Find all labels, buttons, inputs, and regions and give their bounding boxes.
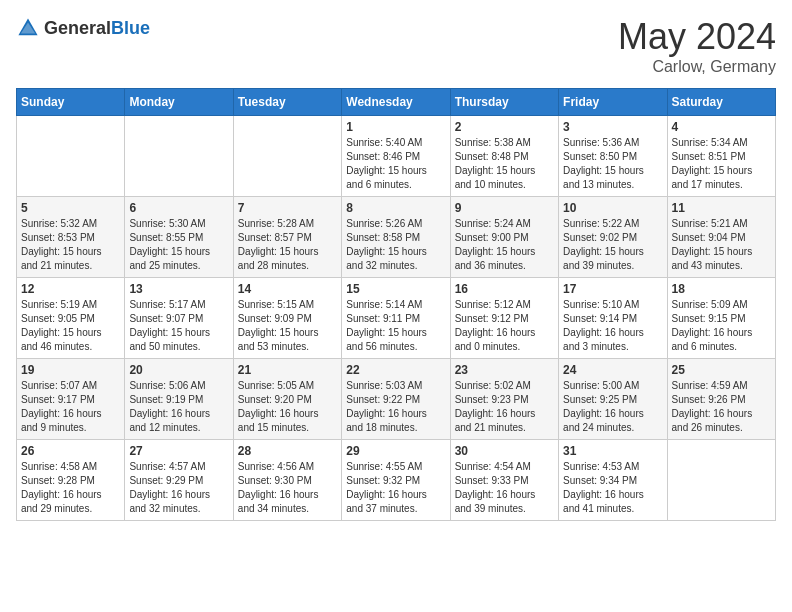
day-number: 15 (346, 282, 445, 296)
calendar-cell: 10Sunrise: 5:22 AMSunset: 9:02 PMDayligh… (559, 197, 667, 278)
day-number: 25 (672, 363, 771, 377)
day-info: Sunrise: 4:59 AMSunset: 9:26 PMDaylight:… (672, 379, 771, 435)
calendar-cell: 27Sunrise: 4:57 AMSunset: 9:29 PMDayligh… (125, 440, 233, 521)
day-info: Sunrise: 5:09 AMSunset: 9:15 PMDaylight:… (672, 298, 771, 354)
day-number: 10 (563, 201, 662, 215)
calendar-cell (233, 116, 341, 197)
day-number: 11 (672, 201, 771, 215)
day-info: Sunrise: 5:38 AMSunset: 8:48 PMDaylight:… (455, 136, 554, 192)
calendar-cell: 20Sunrise: 5:06 AMSunset: 9:19 PMDayligh… (125, 359, 233, 440)
day-info: Sunrise: 5:40 AMSunset: 8:46 PMDaylight:… (346, 136, 445, 192)
calendar-cell: 18Sunrise: 5:09 AMSunset: 9:15 PMDayligh… (667, 278, 775, 359)
day-of-week-header: Thursday (450, 89, 558, 116)
day-number: 22 (346, 363, 445, 377)
day-info: Sunrise: 5:14 AMSunset: 9:11 PMDaylight:… (346, 298, 445, 354)
day-number: 27 (129, 444, 228, 458)
day-info: Sunrise: 5:05 AMSunset: 9:20 PMDaylight:… (238, 379, 337, 435)
day-number: 23 (455, 363, 554, 377)
day-number: 31 (563, 444, 662, 458)
day-number: 1 (346, 120, 445, 134)
logo-blue-text: Blue (111, 18, 150, 38)
calendar-cell: 15Sunrise: 5:14 AMSunset: 9:11 PMDayligh… (342, 278, 450, 359)
day-info: Sunrise: 5:26 AMSunset: 8:58 PMDaylight:… (346, 217, 445, 273)
calendar-cell: 6Sunrise: 5:30 AMSunset: 8:55 PMDaylight… (125, 197, 233, 278)
day-info: Sunrise: 5:02 AMSunset: 9:23 PMDaylight:… (455, 379, 554, 435)
calendar-cell: 21Sunrise: 5:05 AMSunset: 9:20 PMDayligh… (233, 359, 341, 440)
calendar-cell: 7Sunrise: 5:28 AMSunset: 8:57 PMDaylight… (233, 197, 341, 278)
calendar-cell (667, 440, 775, 521)
calendar-cell: 16Sunrise: 5:12 AMSunset: 9:12 PMDayligh… (450, 278, 558, 359)
day-info: Sunrise: 5:07 AMSunset: 9:17 PMDaylight:… (21, 379, 120, 435)
day-info: Sunrise: 5:15 AMSunset: 9:09 PMDaylight:… (238, 298, 337, 354)
day-info: Sunrise: 4:57 AMSunset: 9:29 PMDaylight:… (129, 460, 228, 516)
day-info: Sunrise: 5:36 AMSunset: 8:50 PMDaylight:… (563, 136, 662, 192)
day-number: 9 (455, 201, 554, 215)
day-info: Sunrise: 5:32 AMSunset: 8:53 PMDaylight:… (21, 217, 120, 273)
day-info: Sunrise: 4:55 AMSunset: 9:32 PMDaylight:… (346, 460, 445, 516)
day-number: 19 (21, 363, 120, 377)
day-info: Sunrise: 5:03 AMSunset: 9:22 PMDaylight:… (346, 379, 445, 435)
calendar-week-row: 1Sunrise: 5:40 AMSunset: 8:46 PMDaylight… (17, 116, 776, 197)
day-number: 24 (563, 363, 662, 377)
day-info: Sunrise: 5:30 AMSunset: 8:55 PMDaylight:… (129, 217, 228, 273)
calendar-cell: 2Sunrise: 5:38 AMSunset: 8:48 PMDaylight… (450, 116, 558, 197)
title-block: May 2024 Carlow, Germany (618, 16, 776, 76)
calendar-cell (17, 116, 125, 197)
calendar-cell: 14Sunrise: 5:15 AMSunset: 9:09 PMDayligh… (233, 278, 341, 359)
day-info: Sunrise: 5:21 AMSunset: 9:04 PMDaylight:… (672, 217, 771, 273)
day-number: 30 (455, 444, 554, 458)
calendar-cell: 12Sunrise: 5:19 AMSunset: 9:05 PMDayligh… (17, 278, 125, 359)
day-number: 28 (238, 444, 337, 458)
calendar-header-row: SundayMondayTuesdayWednesdayThursdayFrid… (17, 89, 776, 116)
calendar-cell: 8Sunrise: 5:26 AMSunset: 8:58 PMDaylight… (342, 197, 450, 278)
day-number: 21 (238, 363, 337, 377)
day-info: Sunrise: 4:58 AMSunset: 9:28 PMDaylight:… (21, 460, 120, 516)
calendar-week-row: 26Sunrise: 4:58 AMSunset: 9:28 PMDayligh… (17, 440, 776, 521)
day-info: Sunrise: 5:17 AMSunset: 9:07 PMDaylight:… (129, 298, 228, 354)
day-of-week-header: Wednesday (342, 89, 450, 116)
day-info: Sunrise: 5:10 AMSunset: 9:14 PMDaylight:… (563, 298, 662, 354)
month-year-title: May 2024 (618, 16, 776, 58)
calendar-cell (125, 116, 233, 197)
day-of-week-header: Friday (559, 89, 667, 116)
day-info: Sunrise: 5:19 AMSunset: 9:05 PMDaylight:… (21, 298, 120, 354)
calendar-cell: 1Sunrise: 5:40 AMSunset: 8:46 PMDaylight… (342, 116, 450, 197)
day-number: 3 (563, 120, 662, 134)
day-number: 6 (129, 201, 228, 215)
logo-icon (16, 16, 40, 40)
day-number: 17 (563, 282, 662, 296)
calendar-cell: 22Sunrise: 5:03 AMSunset: 9:22 PMDayligh… (342, 359, 450, 440)
day-info: Sunrise: 4:56 AMSunset: 9:30 PMDaylight:… (238, 460, 337, 516)
calendar-week-row: 12Sunrise: 5:19 AMSunset: 9:05 PMDayligh… (17, 278, 776, 359)
day-number: 8 (346, 201, 445, 215)
calendar-table: SundayMondayTuesdayWednesdayThursdayFrid… (16, 88, 776, 521)
calendar-cell: 24Sunrise: 5:00 AMSunset: 9:25 PMDayligh… (559, 359, 667, 440)
day-info: Sunrise: 4:53 AMSunset: 9:34 PMDaylight:… (563, 460, 662, 516)
day-of-week-header: Saturday (667, 89, 775, 116)
location-label: Carlow, Germany (618, 58, 776, 76)
page-header: GeneralBlue May 2024 Carlow, Germany (16, 16, 776, 76)
calendar-cell: 29Sunrise: 4:55 AMSunset: 9:32 PMDayligh… (342, 440, 450, 521)
day-number: 16 (455, 282, 554, 296)
calendar-week-row: 5Sunrise: 5:32 AMSunset: 8:53 PMDaylight… (17, 197, 776, 278)
calendar-cell: 9Sunrise: 5:24 AMSunset: 9:00 PMDaylight… (450, 197, 558, 278)
day-number: 13 (129, 282, 228, 296)
calendar-cell: 28Sunrise: 4:56 AMSunset: 9:30 PMDayligh… (233, 440, 341, 521)
calendar-cell: 4Sunrise: 5:34 AMSunset: 8:51 PMDaylight… (667, 116, 775, 197)
calendar-cell: 31Sunrise: 4:53 AMSunset: 9:34 PMDayligh… (559, 440, 667, 521)
day-info: Sunrise: 4:54 AMSunset: 9:33 PMDaylight:… (455, 460, 554, 516)
day-number: 12 (21, 282, 120, 296)
day-of-week-header: Monday (125, 89, 233, 116)
day-info: Sunrise: 5:00 AMSunset: 9:25 PMDaylight:… (563, 379, 662, 435)
day-number: 5 (21, 201, 120, 215)
day-info: Sunrise: 5:22 AMSunset: 9:02 PMDaylight:… (563, 217, 662, 273)
logo-general-text: General (44, 18, 111, 38)
day-number: 29 (346, 444, 445, 458)
day-number: 14 (238, 282, 337, 296)
calendar-cell: 30Sunrise: 4:54 AMSunset: 9:33 PMDayligh… (450, 440, 558, 521)
calendar-cell: 19Sunrise: 5:07 AMSunset: 9:17 PMDayligh… (17, 359, 125, 440)
day-info: Sunrise: 5:24 AMSunset: 9:00 PMDaylight:… (455, 217, 554, 273)
calendar-week-row: 19Sunrise: 5:07 AMSunset: 9:17 PMDayligh… (17, 359, 776, 440)
day-number: 4 (672, 120, 771, 134)
day-number: 7 (238, 201, 337, 215)
